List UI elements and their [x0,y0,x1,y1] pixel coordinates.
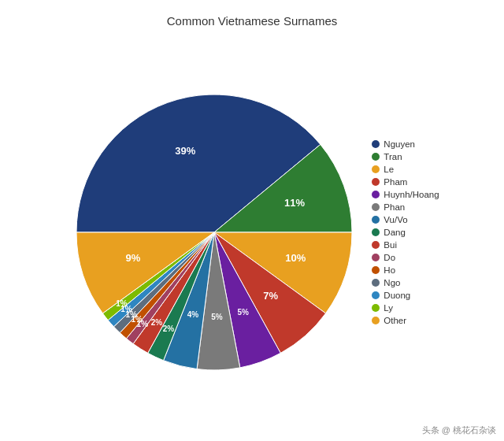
legend-item-do: Do [372,253,439,262]
legend-label: Bui [384,240,397,250]
pie-label-7: 2% [163,324,175,333]
legend-item-bui: Bui [372,240,439,250]
legend-label: Vu/Vo [384,215,407,224]
chart-title: Common Vietnamese Surnames [167,14,338,28]
pie-label-0: 39% [176,145,196,157]
legend-dot [372,241,380,249]
legend-label: Phan [384,202,405,212]
pie-wrapper: 39%11%10%7%5%5%4%2%2%1%1%1%1%1%9% [65,83,364,382]
legend-label: Other [384,316,406,325]
legend-item-nguyen: Nguyen [372,139,439,149]
legend-dot [372,254,380,261]
legend-label: Tran [384,152,402,161]
pie-label-13: 1% [117,299,128,308]
pie-label-5: 5% [212,313,224,321]
chart-body: 39%11%10%7%5%5%4%2%2%1%1%1%1%1%9% Nguyen… [8,32,496,433]
legend-label: Nguyen [384,139,415,149]
legend-dot [372,203,380,211]
legend-item-duong: Duong [372,291,439,300]
legend-item-ngo: Ngo [372,278,439,287]
legend-item-other: Other [372,316,439,325]
legend-item-pham: Pham [372,177,439,187]
legend-dot [372,178,380,186]
legend-item-phan: Phan [372,202,439,212]
legend-label: Ngo [384,278,400,287]
pie-chart: 39%11%10%7%5%5%4%2%2%1%1%1%1%1%9% [65,83,364,382]
legend-label: Ly [384,303,393,313]
legend-item-tran: Tran [372,152,439,161]
legend-item-dang: Dang [372,228,439,237]
legend-dot [372,304,380,312]
pie-label-3: 7% [264,290,279,302]
legend-item-le: Le [372,165,439,174]
legend-dot [372,165,380,173]
legend-dot [372,317,380,324]
legend-label: Do [384,253,395,262]
legend-label: Huynh/Hoang [384,190,439,199]
legend-label: Le [384,165,394,174]
legend-label: Dang [384,228,406,237]
legend-dot [372,153,380,161]
legend-item-vu-vo: Vu/Vo [372,215,439,224]
legend-dot [372,291,380,299]
pie-label-4: 5% [238,308,250,317]
legend-dot [372,279,380,287]
legend-dot [372,216,380,224]
legend: NguyenTranLePhamHuynh/HoangPhanVu/VoDang… [372,139,439,325]
legend-dot [372,228,380,236]
legend-label: Duong [384,291,410,300]
pie-label-1: 11% [284,197,305,209]
legend-label: Ho [384,265,395,275]
legend-item-ho: Ho [372,265,439,275]
legend-dot [372,140,380,148]
legend-dot [372,191,380,198]
chart-container: Common Vietnamese Surnames 39%11%10%7%5%… [0,0,504,441]
watermark: 头条 @ 桃花石杂谈 [422,424,496,436]
legend-item-huynh-hoang: Huynh/Hoang [372,190,439,199]
legend-dot [372,266,380,274]
legend-item-ly: Ly [372,303,439,313]
pie-label-6: 4% [187,310,199,319]
pie-label-2: 10% [286,252,306,264]
pie-label-8: 2% [151,318,163,327]
pie-label-14: 9% [126,252,141,264]
legend-label: Pham [384,177,407,187]
